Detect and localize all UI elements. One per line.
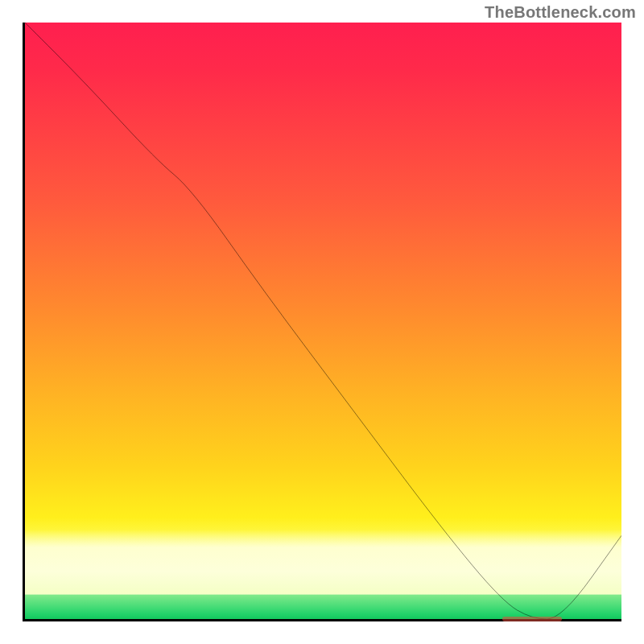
attribution-label: TheBottleneck.com [485,3,636,22]
flat-segment-marker [502,617,562,621]
curve-svg [25,23,621,619]
plot-area [23,23,621,621]
curve-path [25,23,621,619]
chart-canvas: TheBottleneck.com [0,0,644,644]
